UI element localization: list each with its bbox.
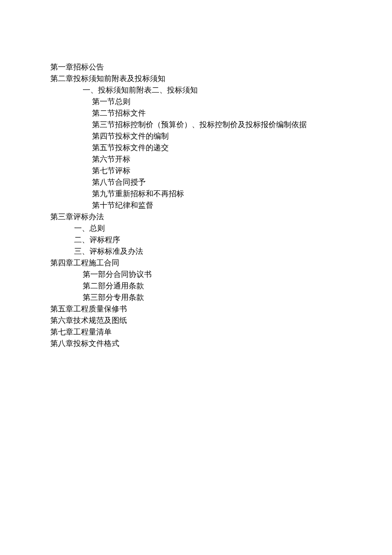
toc-chapter-2-section-6: 第六节开标 [50, 154, 366, 165]
toc-chapter-2-section-1: 第一节总则 [50, 96, 366, 108]
toc-chapter-2-section-4: 第四节投标文件的编制 [50, 131, 366, 142]
toc-chapter-8: 第八章投标文件格式 [50, 338, 366, 349]
toc-chapter-2: 第二章投标须知前附表及投标须知 [50, 73, 366, 84]
toc-chapter-3-section-1: 一、总则 [50, 223, 366, 234]
toc-chapter-5: 第五章工程质量保修书 [50, 303, 366, 315]
toc-chapter-2-section-7: 第七节评标 [50, 165, 366, 177]
toc-chapter-7: 第七章工程量清单 [50, 326, 366, 338]
toc-chapter-4-section-2: 第二部分通用条款 [50, 280, 366, 292]
toc-chapter-4-section-3: 第三部分专用条款 [50, 292, 366, 303]
toc-chapter-6: 第六章技术规范及图纸 [50, 315, 366, 326]
toc-chapter-4: 第四章工程施工合同 [50, 257, 366, 269]
toc-chapter-2-sub-1: 一、投标须知前附表二、投标须知 [50, 84, 366, 96]
toc-chapter-2-section-9: 第九节重新招标和不再招标 [50, 188, 366, 200]
document-page: 第一章招标公告 第二章投标须知前附表及投标须知 一、投标须知前附表二、投标须知 … [0, 0, 392, 349]
toc-chapter-3-section-2: 二、评标程序 [50, 234, 366, 246]
toc-chapter-3-section-3: 三、评标标准及办法 [50, 246, 366, 257]
toc-chapter-1: 第一章招标公告 [50, 61, 366, 73]
toc-chapter-2-section-5: 第五节投标文件的递交 [50, 142, 366, 154]
toc-chapter-2-section-10: 第十节纪律和监督 [50, 200, 366, 211]
toc-chapter-2-section-3: 第三节招标控制价（预算价）、投标控制价及投标报价编制依据 [50, 119, 366, 131]
toc-chapter-4-section-1: 第一部分合同协议书 [50, 269, 366, 280]
toc-chapter-2-section-8: 第八节合同授予 [50, 177, 366, 188]
toc-chapter-2-section-2: 第二节招标文件 [50, 108, 366, 119]
toc-chapter-3: 第三章评标办法 [50, 211, 366, 223]
